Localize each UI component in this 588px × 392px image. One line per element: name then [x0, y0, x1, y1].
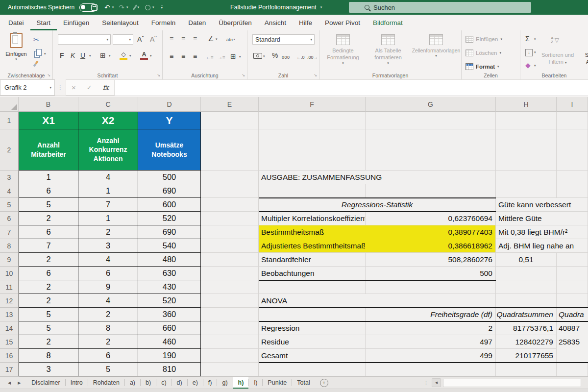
sheet-tab-rohdaten[interactable]: Rohdaten: [88, 377, 124, 389]
anova-row-label[interactable]: Residue: [259, 335, 366, 349]
cell[interactable]: [259, 363, 366, 376]
cell[interactable]: [557, 112, 588, 129]
comment-note[interactable]: Güte kann verbessert: [496, 198, 557, 212]
row-header[interactable]: 8: [0, 239, 19, 253]
data-cell[interactable]: 5: [19, 321, 78, 335]
sheet-tab-g[interactable]: g): [217, 377, 232, 389]
percent-style-icon[interactable]: [272, 52, 278, 59]
row-header[interactable]: 15: [0, 335, 19, 349]
anova-col-header-ss[interactable]: Quadratsummen: [496, 308, 557, 321]
data-cell[interactable]: 360: [138, 308, 201, 321]
stat-label[interactable]: Multipler Korrelationskoeffizient: [259, 212, 366, 225]
header-x2-sub[interactable]: Anzahl Konkurrenz Aktionen: [78, 129, 138, 171]
search-input[interactable]: [363, 3, 512, 12]
ribbon-tab-bildformat[interactable]: Bildformat: [367, 15, 409, 30]
italic-icon[interactable]: [71, 52, 75, 59]
cell[interactable]: [201, 308, 259, 321]
cell[interactable]: [496, 171, 557, 184]
data-cell[interactable]: 2: [19, 212, 78, 225]
cell[interactable]: [259, 129, 366, 171]
data-cell[interactable]: 7: [78, 198, 138, 212]
font-size-select[interactable]: [113, 34, 133, 45]
row-header[interactable]: 2: [0, 129, 19, 171]
search-box[interactable]: [349, 2, 531, 13]
ribbon-tab-ansicht[interactable]: Ansicht: [258, 15, 293, 30]
paste-button[interactable]: Einfügen: [3, 33, 29, 72]
row-header[interactable]: 12: [0, 294, 19, 308]
data-cell[interactable]: 630: [138, 267, 201, 280]
ribbon-tab-seitenlayout[interactable]: Seitenlayout: [96, 15, 145, 30]
number-format-select[interactable]: Standard: [252, 34, 315, 45]
stat-label[interactable]: Standardfehler: [259, 253, 366, 267]
cell[interactable]: [496, 129, 557, 171]
align-bottom-icon[interactable]: [193, 35, 197, 42]
ribbon-tab-datei[interactable]: Datei: [2, 15, 30, 30]
data-cell[interactable]: 810: [138, 363, 201, 376]
data-cell[interactable]: 5: [19, 198, 78, 212]
data-cell[interactable]: 2: [19, 280, 78, 294]
cancel-icon[interactable]: [72, 83, 76, 92]
font-dialog-launcher-icon[interactable]: [157, 73, 160, 77]
cell[interactable]: [496, 267, 557, 280]
cell[interactable]: [201, 363, 259, 376]
data-cell[interactable]: 2: [19, 335, 78, 349]
data-cell[interactable]: 5: [19, 308, 78, 321]
stat-label[interactable]: Bestimmtheitsmaß: [259, 225, 366, 239]
fill-color-chevron-icon[interactable]: [129, 54, 131, 58]
cell[interactable]: [366, 280, 496, 294]
column-header[interactable]: C: [78, 97, 138, 112]
anova-df-value[interactable]: 499: [366, 349, 496, 363]
data-cell[interactable]: 6: [78, 267, 138, 280]
borders-icon[interactable]: [100, 52, 106, 59]
cell[interactable]: [201, 253, 259, 267]
row-header[interactable]: 14: [0, 321, 19, 335]
fill-chevron-icon[interactable]: [534, 50, 536, 54]
cell[interactable]: [557, 129, 588, 171]
anova-col-header-ms[interactable]: Quadra: [557, 308, 588, 321]
anova-row-label[interactable]: Gesamt: [259, 349, 366, 363]
bold-icon[interactable]: [60, 52, 64, 59]
quick-access-more-icon[interactable]: [161, 5, 163, 10]
data-cell[interactable]: 430: [138, 280, 201, 294]
cell[interactable]: [366, 363, 496, 376]
output-title[interactable]: AUSGABE: ZUSAMMENFASSUNG: [259, 171, 366, 184]
row-header[interactable]: 10: [0, 267, 19, 280]
alignment-dialog-launcher-icon[interactable]: [242, 73, 245, 77]
decrease-decimal-icon[interactable]: [307, 53, 318, 61]
column-header[interactable]: D: [138, 97, 201, 112]
data-cell[interactable]: 460: [138, 335, 201, 349]
cell[interactable]: [201, 212, 259, 225]
data-cell[interactable]: 540: [138, 239, 201, 253]
data-cell[interactable]: 2: [19, 253, 78, 267]
cell[interactable]: [557, 267, 588, 280]
column-header[interactable]: E: [201, 97, 259, 112]
stat-value[interactable]: 500: [366, 267, 496, 280]
cell[interactable]: [366, 129, 496, 171]
copy-chevron-icon[interactable]: [44, 52, 46, 56]
data-cell[interactable]: 9: [78, 280, 138, 294]
sheet-tab-c[interactable]: c): [156, 377, 171, 389]
data-cell[interactable]: 6: [78, 349, 138, 363]
save-icon[interactable]: [91, 4, 98, 11]
data-cell[interactable]: 520: [138, 212, 201, 225]
cell[interactable]: [557, 253, 588, 267]
row-header[interactable]: 17: [0, 363, 19, 376]
data-cell[interactable]: 4: [78, 171, 138, 184]
data-cell[interactable]: 190: [138, 349, 201, 363]
ribbon-tab-power-pivot[interactable]: Power Pivot: [318, 15, 367, 30]
sheet-nav-left-icon[interactable]: [8, 381, 11, 385]
align-left-icon[interactable]: [170, 53, 173, 60]
horizontal-scrollbar[interactable]: [443, 379, 581, 387]
clear-icon[interactable]: [525, 62, 531, 69]
data-cell[interactable]: 2: [78, 225, 138, 239]
stat-value[interactable]: 0,389077403: [366, 225, 496, 239]
align-center-icon[interactable]: [181, 53, 185, 60]
sheet-tab-punkte[interactable]: Punkte: [263, 377, 292, 389]
format-cells-button[interactable]: Format: [466, 62, 499, 72]
cell[interactable]: [201, 171, 259, 184]
formula-bar-dots-icon[interactable]: [55, 79, 66, 96]
cell[interactable]: [201, 198, 259, 212]
anova-df-value[interactable]: 497: [366, 335, 496, 349]
row-header[interactable]: 16: [0, 349, 19, 363]
data-cell[interactable]: 2: [19, 294, 78, 308]
